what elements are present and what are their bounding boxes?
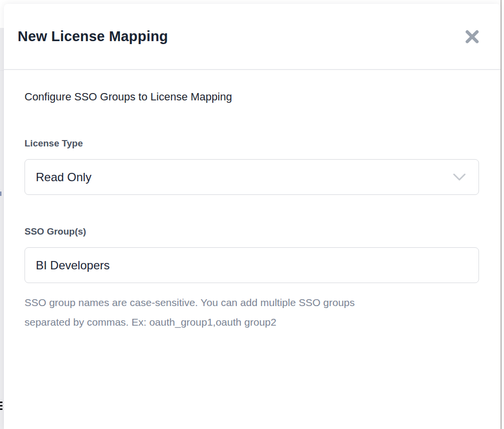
helper-line: SSO group names are case-sensitive. You …	[25, 293, 479, 312]
background-artifact	[0, 402, 3, 412]
modal-header: New License Mapping	[4, 4, 501, 70]
sso-groups-label: SSO Group(s)	[25, 226, 479, 238]
background-artifact	[0, 191, 1, 196]
background-divider-fragment	[0, 70, 4, 71]
license-type-select[interactable]: Read Only	[25, 159, 479, 195]
sso-groups-helper-text: SSO group names are case-sensitive. You …	[25, 293, 479, 332]
close-icon	[464, 29, 480, 45]
helper-line: separated by commas. Ex: oauth_group1,oa…	[25, 312, 479, 332]
sso-groups-input[interactable]	[25, 247, 479, 283]
license-type-selected-value: Read Only	[36, 170, 91, 184]
license-type-label: License Type	[25, 138, 479, 149]
new-license-mapping-modal: New License Mapping Configure SSO Groups…	[4, 4, 501, 429]
modal-body: Configure SSO Groups to License Mapping …	[4, 70, 501, 332]
close-button[interactable]	[462, 27, 482, 47]
section-heading: Configure SSO Groups to License Mapping	[25, 91, 479, 103]
modal-title: New License Mapping	[18, 28, 168, 45]
chevron-down-icon	[453, 173, 466, 181]
background-left-strip	[0, 28, 4, 429]
page-edge-line	[501, 0, 502, 429]
